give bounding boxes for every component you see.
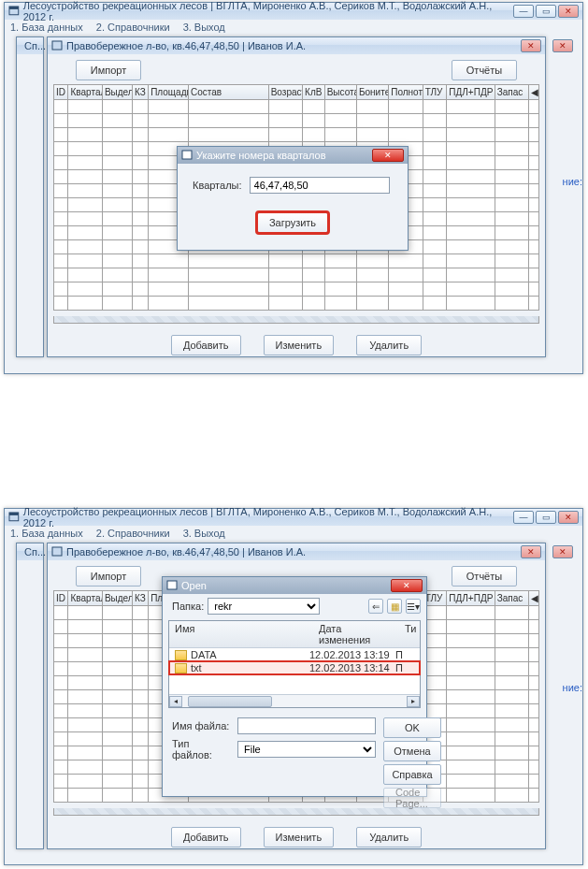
svg-rect-4 <box>182 151 192 159</box>
menu-database[interactable]: 1. База данных <box>10 528 83 539</box>
filename-label: Имя файла: <box>172 720 230 731</box>
data-titlebar: Правобережное л-во, кв.46,47,48,50 | Ива… <box>48 37 545 54</box>
col-date[interactable]: Дата изменения <box>313 621 399 647</box>
open-close-button[interactable]: ✕ <box>391 579 423 592</box>
table-row[interactable] <box>54 296 539 310</box>
svg-rect-9 <box>167 581 177 589</box>
column-header[interactable]: ID <box>54 85 68 99</box>
file-name: txt <box>191 662 309 673</box>
filetype-select[interactable]: File <box>237 741 376 758</box>
file-list-scrollbar[interactable]: ◂ ▸ <box>169 694 420 707</box>
folder-select[interactable]: rekr <box>208 598 320 615</box>
back-child-window: Сп... <box>16 543 44 849</box>
back-child-title: Сп... <box>24 546 46 558</box>
row-selector-header: ◀ <box>529 591 539 605</box>
back-child-titlebar: Сп... <box>17 37 43 54</box>
side-note: ние: <box>563 682 582 693</box>
column-header[interactable]: Выдел <box>102 85 132 99</box>
delete-button[interactable]: Удалить <box>356 335 422 355</box>
column-header[interactable]: Запас <box>495 591 528 605</box>
column-header[interactable]: ID <box>54 591 68 605</box>
kvartal-close-button[interactable]: ✕ <box>372 149 404 162</box>
column-header[interactable]: ПДЛ+ПДР <box>447 85 495 99</box>
menu-exit[interactable]: 3. Выход <box>183 22 225 33</box>
col-name[interactable]: Имя <box>169 621 313 647</box>
edit-button[interactable]: Изменить <box>264 335 335 355</box>
close-button[interactable]: ✕ <box>558 5 579 18</box>
menu-references[interactable]: 2. Справочники <box>96 22 170 33</box>
table-row[interactable] <box>54 282 539 296</box>
load-button[interactable]: Загрузить <box>257 212 328 233</box>
kvartal-dialog: Укажите номера кварталов ✕ Кварталы: Заг… <box>177 146 409 251</box>
open-title: Open <box>181 580 207 591</box>
app-title: Лесоустройство рекреационных лесов | ВГЛ… <box>23 506 513 529</box>
file-list[interactable]: Имя Дата изменения Ти DATA 12.02.2013 13… <box>168 620 421 708</box>
file-date: 12.02.2013 13:14 <box>309 662 395 673</box>
ok-button[interactable]: OK <box>383 717 441 738</box>
window-icon <box>51 546 63 558</box>
maximize-button[interactable]: ▭ <box>536 5 556 18</box>
add-button[interactable]: Добавить <box>171 335 241 355</box>
menu-database[interactable]: 1. База данных <box>10 22 83 33</box>
data-close-button[interactable]: ✕ <box>521 39 541 52</box>
file-row[interactable]: txt 12.02.2013 13:14 П <box>169 661 420 674</box>
open-dialog: Open ✕ Папка: rekr ⇐ ▦ ☰▾ Имя Дата измен… <box>162 576 427 797</box>
column-header[interactable]: Полнота <box>389 85 423 99</box>
help-button[interactable]: Справка <box>383 764 441 785</box>
column-header[interactable]: ПДЛ+ПДР <box>447 591 495 605</box>
table-row[interactable] <box>54 253 539 268</box>
maximize-button[interactable]: ▭ <box>536 511 556 524</box>
col-type[interactable]: Ти <box>399 621 420 647</box>
column-header[interactable]: КлВ <box>303 85 325 99</box>
kvartal-input[interactable] <box>250 177 390 194</box>
reports-button[interactable]: Отчёты <box>452 60 517 80</box>
table-row[interactable] <box>54 99 539 113</box>
app-title: Лесоустройство рекреационных лесов | ВГЛ… <box>23 0 513 22</box>
back-right-close-button[interactable]: ✕ <box>552 545 573 558</box>
column-header[interactable]: Боните <box>356 85 388 99</box>
menu-references[interactable]: 2. Справочники <box>96 528 170 539</box>
minimize-button[interactable]: — <box>513 5 534 18</box>
edit-button[interactable]: Изменить <box>264 827 335 847</box>
minimize-button[interactable]: — <box>513 511 534 524</box>
close-button[interactable]: ✕ <box>558 511 579 524</box>
folder-icon <box>175 663 187 673</box>
views-icon[interactable]: ☰▾ <box>406 599 421 614</box>
table-row[interactable] <box>54 113 539 127</box>
svg-rect-1 <box>9 7 19 9</box>
grid-footer <box>53 808 539 816</box>
up-folder-icon[interactable]: ⇐ <box>368 599 383 614</box>
column-header[interactable]: Запас <box>495 85 528 99</box>
import-button[interactable]: Импорт <box>76 566 141 587</box>
import-button[interactable]: Импорт <box>76 60 141 80</box>
table-row[interactable] <box>54 127 539 141</box>
kvartal-label: Кварталы: <box>193 180 242 191</box>
svg-rect-6 <box>9 513 19 515</box>
row-selector-header: ◀ <box>529 85 539 99</box>
column-header[interactable]: КЗ <box>133 591 149 605</box>
side-note: ние: <box>563 176 582 187</box>
filename-input[interactable] <box>237 717 376 734</box>
data-close-button[interactable]: ✕ <box>521 545 541 558</box>
cancel-button[interactable]: Отмена <box>383 741 441 761</box>
window-icon <box>181 150 193 161</box>
column-header[interactable]: Квартал <box>68 591 102 605</box>
column-header[interactable]: Состав <box>189 85 269 99</box>
table-row[interactable] <box>54 268 539 282</box>
file-row[interactable]: DATA 12.02.2013 13:19 П <box>169 648 420 661</box>
column-header[interactable]: Площадь <box>149 85 189 99</box>
column-header[interactable]: КЗ <box>133 85 149 99</box>
reports-button[interactable]: Отчёты <box>452 566 517 587</box>
column-header[interactable]: Высота <box>324 85 356 99</box>
column-header[interactable]: Выдел <box>102 591 132 605</box>
new-folder-icon[interactable]: ▦ <box>387 599 402 614</box>
column-header[interactable]: ТЛУ <box>423 85 447 99</box>
delete-button[interactable]: Удалить <box>356 827 422 847</box>
add-button[interactable]: Добавить <box>171 827 241 847</box>
column-header[interactable]: Возраст <box>268 85 302 99</box>
column-header[interactable]: Квартал <box>68 85 102 99</box>
menu-exit[interactable]: 3. Выход <box>183 528 225 539</box>
back-right-close-button[interactable]: ✕ <box>552 39 573 52</box>
folder-label: Папка: <box>172 601 204 612</box>
file-list-header: Имя Дата изменения Ти <box>169 621 420 648</box>
